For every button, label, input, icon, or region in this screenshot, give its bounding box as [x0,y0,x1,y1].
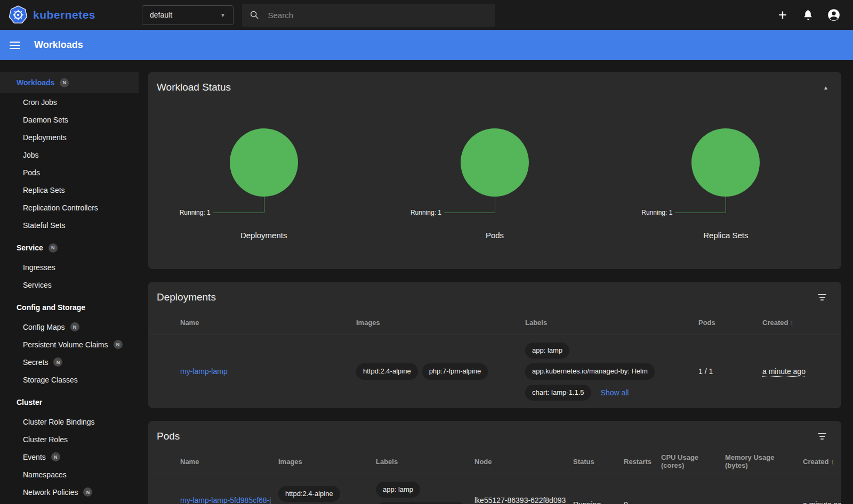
sidebar-item-deployments[interactable]: Deployments [0,128,139,146]
pod-node: lke55127-86393-622f8d09399a [474,496,573,504]
replica-sets-chart-caption: Replica Sets [610,231,841,240]
col-node[interactable]: Node [474,458,573,466]
sidebar-item-pods[interactable]: Pods [0,164,139,181]
sidebar-item-namespaces[interactable]: Namespaces [0,466,139,483]
pod-name-link[interactable]: my-lamp-lamp-5fd985cf68-jwvz4 [180,496,271,504]
deployment-created: a minute ago [762,367,806,376]
plus-icon: + [778,8,787,22]
deployment-name-link[interactable]: my-lamp-lamp [180,367,228,376]
pods-running-label: Running: 1 [411,209,441,216]
replica-sets-running-label: Running: 1 [641,209,672,216]
top-bar: kubernetes default ▼ + [0,0,853,30]
pod-row[interactable]: my-lamp-lamp-5fd985cf68-jwvz4 httpd:2.4-… [148,474,841,504]
new-badge: N [70,322,79,331]
sidebar-item-persistent-volume-claims[interactable]: Persistent Volume Claims N [0,336,139,353]
pod-memory-usage: - [725,500,803,504]
notifications-button[interactable] [798,4,819,26]
workload-status-charts: Running: 1 Deployments Running: 1 Pods R… [148,128,841,269]
deployments-pie [230,128,298,197]
image-chip: httpd:2.4-alpine [278,486,340,502]
deployment-pods-count: 1 / 1 [698,367,762,376]
page-title: Workloads [34,39,83,51]
filter-icon[interactable] [816,292,828,303]
pods-pie-chart: Running: 1 Pods [379,128,610,269]
main-content: Workload Status ▲ Running: 1 Deployments… [139,60,853,504]
label-chip: chart: lamp-1.1.5 [525,385,591,401]
sidebar-item-ingresses[interactable]: Ingresses [0,258,139,276]
sidebar-item-cluster-roles[interactable]: Cluster Roles [0,430,139,448]
sidebar-item-cluster-role-bindings[interactable]: Cluster Role Bindings [0,413,139,430]
user-menu-button[interactable] [823,4,844,26]
col-name[interactable]: Name [180,458,278,466]
new-badge: N [53,357,62,367]
col-status[interactable]: Status [573,458,624,466]
sidebar-item-replication-controllers[interactable]: Replication Controllers [0,199,139,216]
create-resource-button[interactable]: + [772,4,793,26]
col-pods[interactable]: Pods [698,319,762,327]
new-badge: N [114,340,123,349]
col-restarts[interactable]: Restarts [624,458,661,466]
image-chip: php:7-fpm-alpine [422,363,488,379]
deployments-running-label: Running: 1 [180,209,211,216]
workload-status-title: Workload Status [157,82,231,93]
sidebar-item-stateful-sets[interactable]: Stateful Sets [0,216,139,234]
sidebar-item-storage-classes[interactable]: Storage Classes [0,371,139,388]
label-chip: app.kubernetes.io/managed-by: Helm [525,363,655,379]
deployment-row[interactable]: my-lamp-lamp httpd:2.4-alpine php:7-fpm-… [148,335,841,408]
label-chip: app: lamp [525,343,569,359]
col-created[interactable]: Created ↑ [762,319,841,327]
sidebar-nav: Workloads N Cron Jobs Daemon Sets Deploy… [0,60,139,504]
sidebar-item-services[interactable]: Services [0,276,139,294]
search-icon [250,10,259,20]
col-images[interactable]: Images [278,458,376,466]
sidebar-section-cluster[interactable]: Cluster [0,392,139,413]
sort-asc-icon: ↑ [790,319,794,327]
deployments-table-header: Name Images Labels Pods Created ↑ [148,311,841,335]
replica-sets-pie [691,128,760,197]
pod-restarts: 0 [624,500,661,504]
col-images[interactable]: Images [356,319,525,327]
sidebar-section-config-and-storage[interactable]: Config and Storage [0,297,139,318]
col-created[interactable]: Created ↑ [803,458,841,466]
namespace-value: default [150,11,172,19]
account-avatar-icon [827,8,841,22]
search-bar[interactable] [242,4,495,27]
kubernetes-logo[interactable]: kubernetes [9,5,142,25]
new-badge: N [49,243,58,253]
sidebar-item-cron-jobs[interactable]: Cron Jobs [0,93,139,111]
deployments-card: Deployments Name Images Labels Pods Crea… [148,282,841,408]
col-cpu-usage[interactable]: CPU Usage (cores) [661,453,725,469]
new-badge: N [83,487,92,497]
filter-icon[interactable] [816,431,828,442]
sidebar-item-secrets[interactable]: Secrets N [0,353,139,371]
sidebar-item-jobs[interactable]: Jobs [0,146,139,164]
pod-status: Running [573,500,624,504]
col-memory-usage[interactable]: Memory Usage (bytes) [725,453,803,469]
col-labels[interactable]: Labels [525,319,698,327]
deployments-chart-caption: Deployments [148,231,379,240]
sidebar-item-service[interactable]: Service N [0,237,139,258]
show-all-link[interactable]: Show all [601,388,629,397]
new-badge: N [60,78,69,87]
pods-table-header: Name Images Labels Node Status Restarts … [148,450,841,474]
search-input[interactable] [268,11,488,20]
collapse-card-button[interactable]: ▲ [823,85,828,91]
workload-status-card: Workload Status ▲ Running: 1 Deployments… [148,72,841,269]
sidebar-item-events[interactable]: Events N [0,448,139,466]
bell-icon [802,9,814,21]
col-name[interactable]: Name [180,319,356,327]
sidebar-item-workloads[interactable]: Workloads N [0,72,139,93]
sidebar-item-daemon-sets[interactable]: Daemon Sets [0,111,139,128]
col-labels[interactable]: Labels [376,458,474,466]
namespace-selector[interactable]: default ▼ [142,5,234,25]
image-chip: httpd:2.4-alpine [356,363,418,379]
app-bar: Workloads [0,30,853,60]
sidebar-item-network-policies[interactable]: Network Policies N [0,483,139,501]
sidebar-item-config-maps[interactable]: Config Maps N [0,318,139,336]
pods-pie [461,128,529,197]
deployments-pie-chart: Running: 1 Deployments [148,128,379,269]
menu-button[interactable] [10,42,20,49]
replica-sets-pie-chart: Running: 1 Replica Sets [610,128,841,269]
pods-chart-caption: Pods [379,231,610,240]
sidebar-item-replica-sets[interactable]: Replica Sets [0,181,139,199]
